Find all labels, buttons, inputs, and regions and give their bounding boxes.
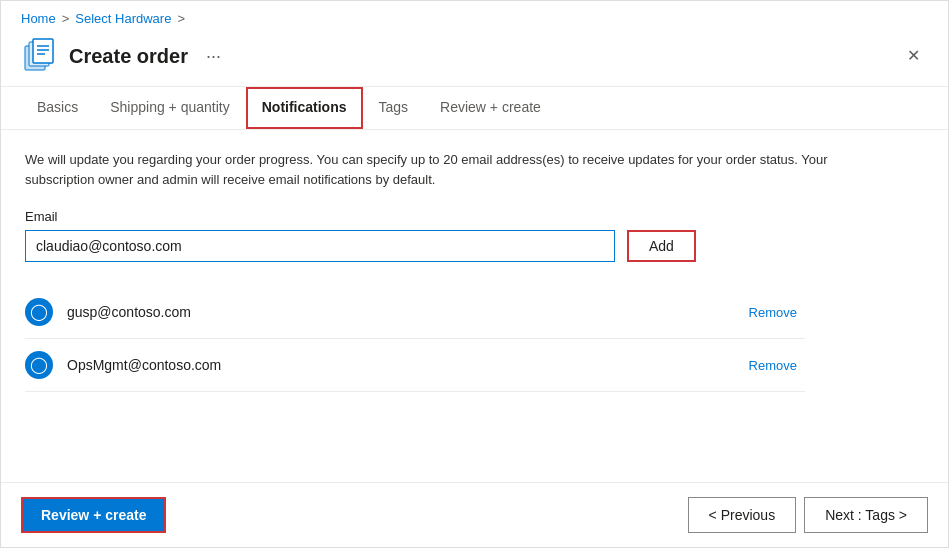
remove-button-2[interactable]: Remove: [749, 358, 797, 373]
email-address-1: gusp@contoso.com: [67, 304, 735, 320]
review-create-button[interactable]: Review + create: [21, 497, 166, 533]
footer-left: Review + create: [21, 497, 680, 533]
tab-notifications[interactable]: Notifications: [246, 87, 363, 129]
footer: Review + create < Previous Next : Tags >: [1, 482, 948, 547]
create-order-window: Home > Select Hardware > Create order ··…: [0, 0, 949, 548]
page-title: Create order: [69, 45, 188, 68]
email-list: ◯ gusp@contoso.com Remove ◯ OpsMgmt@cont…: [25, 286, 805, 392]
breadcrumb-select-hardware[interactable]: Select Hardware: [75, 11, 171, 26]
remove-button-1[interactable]: Remove: [749, 305, 797, 320]
tabs-bar: Basics Shipping + quantity Notifications…: [1, 87, 948, 130]
avatar: ◯: [25, 351, 53, 379]
tab-basics[interactable]: Basics: [21, 87, 94, 129]
tab-tags[interactable]: Tags: [363, 87, 425, 129]
email-input[interactable]: [25, 230, 615, 262]
email-label: Email: [25, 209, 924, 224]
breadcrumb: Home > Select Hardware >: [1, 1, 948, 30]
avatar: ◯: [25, 298, 53, 326]
order-icon: [21, 38, 57, 74]
user-icon: ◯: [30, 357, 48, 373]
email-input-row: Add: [25, 230, 924, 262]
header-ellipsis-button[interactable]: ···: [200, 44, 227, 69]
header-left: Create order ···: [21, 38, 227, 74]
table-row: ◯ gusp@contoso.com Remove: [25, 286, 805, 339]
breadcrumb-sep2: >: [177, 11, 185, 26]
content-area: We will update you regarding your order …: [1, 130, 948, 482]
next-button[interactable]: Next : Tags >: [804, 497, 928, 533]
table-row: ◯ OpsMgmt@contoso.com Remove: [25, 339, 805, 392]
add-button[interactable]: Add: [627, 230, 696, 262]
close-button[interactable]: ✕: [899, 44, 928, 68]
tab-review[interactable]: Review + create: [424, 87, 557, 129]
svg-rect-2: [33, 39, 53, 63]
breadcrumb-home[interactable]: Home: [21, 11, 56, 26]
tab-shipping[interactable]: Shipping + quantity: [94, 87, 245, 129]
header: Create order ··· ✕: [1, 30, 948, 87]
breadcrumb-sep1: >: [62, 11, 70, 26]
previous-button[interactable]: < Previous: [688, 497, 797, 533]
user-icon: ◯: [30, 304, 48, 320]
description-text: We will update you regarding your order …: [25, 150, 845, 189]
email-address-2: OpsMgmt@contoso.com: [67, 357, 735, 373]
